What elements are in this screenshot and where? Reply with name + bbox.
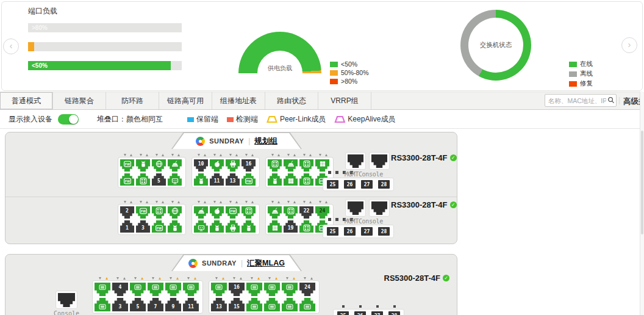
port-13[interactable]: 13 (211, 298, 227, 311)
sfp-port-28[interactable]: 28 (378, 180, 390, 189)
port-fw[interactable] (136, 206, 150, 219)
port-switch[interactable] (165, 283, 181, 296)
port-5[interactable]: 5 (130, 298, 146, 311)
port-switch[interactable] (299, 298, 315, 311)
port-switch[interactable] (282, 298, 298, 311)
port-fw[interactable] (242, 173, 256, 186)
port-hub[interactable] (299, 173, 313, 186)
port-globe[interactable] (168, 206, 182, 219)
mgmt-port-Console[interactable] (369, 199, 390, 217)
port-hub[interactable] (284, 206, 298, 219)
port-switch[interactable] (211, 283, 227, 296)
tab-组播地址表[interactable]: 组播地址表 (212, 92, 265, 109)
tab-链路聚合[interactable]: 链路聚合 (53, 92, 106, 109)
port-24[interactable]: 24 (315, 206, 329, 219)
carousel-prev-button[interactable]: ‹ (3, 38, 19, 54)
port-7[interactable]: 7 (148, 298, 163, 311)
port-switch[interactable] (246, 298, 262, 311)
port-hub[interactable] (152, 206, 166, 219)
group-name-link[interactable]: 规划组 (254, 136, 277, 147)
port-switch[interactable] (95, 298, 110, 311)
port-ap[interactable] (194, 206, 208, 219)
port-android[interactable] (242, 220, 256, 233)
port-monitor[interactable] (168, 173, 182, 186)
port-22[interactable]: 22 (299, 206, 313, 219)
port-5[interactable]: 5 (152, 173, 166, 186)
sfp-port-28[interactable]: 28 (378, 227, 390, 236)
port-ap[interactable] (284, 159, 298, 172)
port-fw[interactable] (120, 159, 134, 172)
port-switch[interactable] (95, 283, 110, 296)
sfp-port-27[interactable]: 27 (361, 180, 373, 189)
port-2[interactable]: 2 (120, 206, 134, 219)
port-10[interactable]: 10 (194, 159, 208, 172)
port-windows[interactable] (315, 159, 329, 172)
port-9[interactable]: 9 (165, 298, 181, 311)
port-1[interactable]: 1 (120, 220, 134, 233)
show-access-toggle[interactable] (58, 114, 79, 125)
port-android[interactable] (210, 220, 224, 233)
port-ap[interactable] (268, 206, 282, 219)
vertical-scrollbar[interactable] (640, 92, 644, 315)
port-15[interactable]: 15 (229, 298, 245, 311)
port-android[interactable] (168, 220, 182, 233)
port-11[interactable]: 11 (210, 173, 224, 186)
port-fw[interactable] (120, 173, 134, 186)
port-android[interactable] (136, 159, 150, 172)
tab-普通模式[interactable]: 普通模式 (0, 92, 53, 109)
port-windows[interactable] (268, 220, 282, 233)
port-printer[interactable] (226, 159, 240, 172)
port-3[interactable]: 3 (112, 298, 128, 311)
port-hub[interactable] (299, 159, 313, 172)
port-switch[interactable] (282, 283, 298, 296)
mgmt-port-MGMT[interactable] (345, 152, 366, 170)
port-16[interactable]: 16 (242, 159, 256, 172)
scrollbar-thumb[interactable] (641, 131, 643, 234)
console-port[interactable] (55, 291, 77, 309)
sfp-port-28[interactable]: 28 (388, 311, 400, 315)
port-hub[interactable] (299, 220, 313, 233)
port-24[interactable]: 24 (299, 283, 315, 296)
sfp-port-26[interactable]: 26 (344, 180, 356, 189)
port-apple[interactable] (210, 159, 224, 172)
port-switch[interactable] (264, 283, 280, 296)
port-monitor[interactable] (194, 220, 208, 233)
port-11[interactable]: 11 (183, 298, 199, 311)
port-19[interactable]: 19 (284, 220, 298, 233)
port-switch[interactable] (264, 298, 280, 311)
sfp-port-26[interactable]: 26 (354, 311, 366, 315)
sfp-port-27[interactable]: 27 (361, 227, 373, 236)
tab-链路高可用[interactable]: 链路高可用 (159, 92, 212, 109)
tab-VRRP组[interactable]: VRRP组 (318, 92, 371, 109)
port-globe[interactable] (152, 159, 166, 172)
mgmt-port-Console[interactable] (369, 152, 390, 170)
port-switch[interactable] (183, 283, 199, 296)
sfp-port-27[interactable]: 27 (371, 311, 383, 315)
sfp-port-25[interactable]: 25 (327, 180, 338, 189)
group-name-link[interactable]: 汇聚MLAG (247, 258, 285, 269)
port-android[interactable] (268, 173, 282, 186)
port-apple[interactable] (210, 206, 224, 219)
port-3[interactable]: 3 (136, 220, 150, 233)
sfp-port-25[interactable]: 25 (327, 227, 338, 236)
port-windows[interactable] (284, 173, 298, 186)
port-13[interactable]: 13 (226, 173, 240, 186)
port-switch[interactable] (148, 283, 163, 296)
port-switch[interactable] (130, 283, 146, 296)
port-fw[interactable] (226, 206, 240, 219)
port-switch[interactable] (246, 283, 262, 296)
port-hub[interactable] (242, 206, 256, 219)
port-4[interactable]: 4 (112, 283, 128, 296)
tab-路由状态[interactable]: 路由状态 (265, 92, 318, 109)
search-icon[interactable] (607, 96, 615, 104)
search-input[interactable] (545, 94, 617, 107)
carousel-next-button[interactable]: › (621, 37, 637, 53)
port-fw[interactable] (152, 220, 166, 233)
port-16[interactable]: 16 (229, 283, 245, 296)
port-android[interactable] (194, 173, 208, 186)
port-printer[interactable] (226, 220, 240, 233)
tab-防环路[interactable]: 防环路 (106, 92, 159, 109)
port-hub[interactable] (136, 173, 150, 186)
sfp-port-25[interactable]: 25 (337, 311, 349, 315)
port-hub[interactable] (268, 159, 282, 172)
